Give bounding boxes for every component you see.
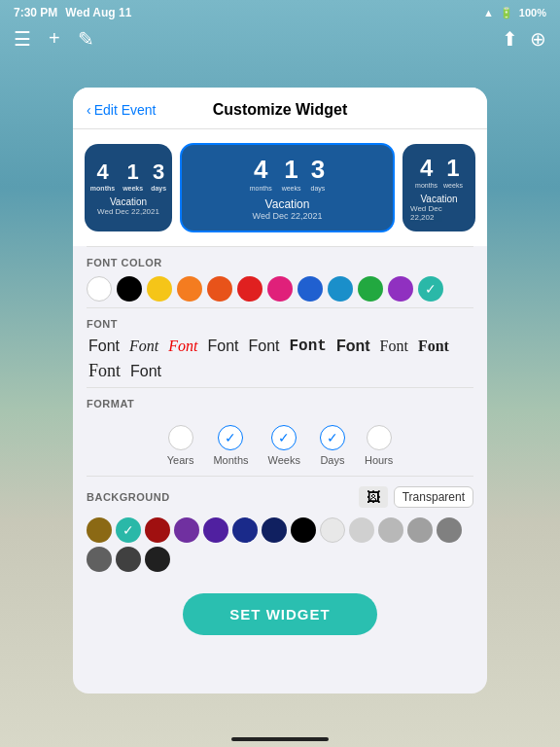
bg-color-darkred[interactable] — [145, 517, 170, 543]
back-chevron: ‹ — [87, 102, 91, 118]
bg-color-lightgray3[interactable] — [378, 517, 403, 543]
format-hours[interactable]: Hours — [365, 425, 393, 466]
modal-title: Customize Widget — [213, 101, 348, 119]
toolbar-left: ☰ + ✎ — [14, 27, 94, 51]
font-sample-2[interactable]: Font — [127, 338, 160, 355]
toolbar-right: ⬆ ⊕ — [502, 27, 546, 51]
format-years-circle[interactable] — [168, 425, 193, 450]
menu-icon[interactable]: ☰ — [14, 27, 31, 51]
status-time: 7:30 PM — [14, 6, 57, 19]
bg-color-black[interactable] — [291, 517, 316, 543]
color-green[interactable] — [358, 276, 383, 302]
font-sample-6[interactable]: Font — [287, 338, 328, 355]
color-red[interactable] — [237, 276, 262, 302]
widget-medium-numbers: 4 months 1 weeks 3 days — [250, 155, 326, 192]
font-sample-11[interactable]: Font — [128, 363, 163, 380]
color-blue[interactable] — [298, 276, 323, 302]
teal-checkmark: ✓ — [425, 281, 437, 297]
widget-small-numbers: 4 months 1 weeks 3 days — [90, 160, 166, 192]
transparent-button[interactable]: Transparent — [394, 486, 473, 508]
edit-icon[interactable]: ✎ — [78, 27, 94, 51]
format-months[interactable]: ✓ Months — [213, 425, 248, 466]
font-sample-1[interactable]: Font — [87, 338, 122, 355]
format-section: FORMAT Years ✓ Months ✓ Weeks — [73, 388, 487, 476]
bg-color-darkgray[interactable] — [116, 547, 141, 572]
widget-small[interactable]: 4 months 1 weeks 3 days Vacation Wed Dec… — [85, 144, 172, 231]
font-color-title: FONT COLOR — [87, 257, 473, 268]
color-orange[interactable] — [177, 276, 202, 302]
photo-icon[interactable]: 🖼 — [359, 486, 388, 508]
bg-color-darkpurple[interactable] — [203, 517, 228, 543]
camera-icon: 🖼 — [367, 489, 380, 505]
days-check: ✓ — [327, 430, 338, 445]
share-icon[interactable]: ⬆ — [502, 27, 518, 51]
background-title: BACKGROUND — [87, 491, 170, 503]
format-hours-circle[interactable] — [367, 425, 392, 450]
bg-color-teal[interactable]: ✓ — [116, 517, 141, 543]
bg-color-verydark[interactable] — [145, 547, 170, 572]
font-sample-3[interactable]: Font — [166, 338, 199, 355]
wifi-icon: ▲ — [483, 7, 494, 18]
color-black[interactable] — [117, 276, 142, 302]
format-hours-label: Hours — [365, 454, 393, 466]
font-sample-9[interactable]: Font — [416, 338, 451, 355]
bg-color-darkblue[interactable] — [262, 517, 287, 543]
bg-color-navy[interactable] — [232, 517, 258, 543]
color-blue2[interactable] — [328, 276, 353, 302]
format-days[interactable]: ✓ Days — [320, 425, 345, 466]
widget-small-weeks: 1 weeks — [122, 160, 143, 192]
font-color-row: ✓ — [87, 276, 473, 302]
back-button[interactable]: ‹ Edit Event — [87, 102, 157, 118]
back-label: Edit Event — [94, 102, 157, 118]
font-samples-row: Font Font Font Font Font Font Font Font … — [87, 338, 473, 381]
widget-preview-area: 4 months 1 weeks 3 days Vacation Wed Dec… — [73, 129, 487, 246]
format-row: Years ✓ Months ✓ Weeks ✓ — [87, 417, 473, 470]
bg-color-purple[interactable] — [174, 517, 199, 543]
bg-color-lightgray1[interactable] — [320, 517, 345, 543]
color-yellow[interactable] — [147, 276, 172, 302]
color-white[interactable] — [87, 276, 112, 302]
background-color-row: ✓ — [73, 514, 487, 582]
color-orange2[interactable] — [207, 276, 232, 302]
widget-medium[interactable]: 4 months 1 weeks 3 days Vacation Wed Dec… — [180, 143, 395, 232]
widget-large[interactable]: 4 months 1 weeks Vacation Wed Dec 22,202 — [402, 144, 475, 231]
font-sample-5[interactable]: Font — [246, 338, 281, 355]
bg-color-gray3[interactable] — [87, 547, 112, 572]
font-sample-4[interactable]: Font — [205, 338, 240, 355]
font-sample-8[interactable]: Font — [378, 338, 410, 355]
color-teal[interactable]: ✓ — [418, 276, 443, 302]
months-check: ✓ — [225, 430, 236, 445]
color-pink[interactable] — [267, 276, 293, 302]
background-header: BACKGROUND 🖼 Transparent — [73, 477, 487, 514]
format-days-label: Days — [320, 454, 344, 466]
format-weeks-circle[interactable]: ✓ — [271, 425, 297, 450]
home-indicator — [231, 737, 329, 741]
bg-color-gray1[interactable] — [407, 517, 433, 543]
add-icon[interactable]: + — [49, 27, 60, 51]
color-purple[interactable] — [388, 276, 413, 302]
widget-small-months: 4 months — [90, 160, 115, 192]
more-icon[interactable]: ⊕ — [530, 27, 546, 51]
status-bar: 7:30 PM Wed Aug 11 ▲ 🔋 100% — [0, 0, 560, 23]
bg-color-brown[interactable] — [87, 517, 112, 543]
format-days-circle[interactable]: ✓ — [320, 425, 345, 450]
status-date: Wed Aug 11 — [65, 6, 131, 19]
scroll-content: FONT COLOR ✓ FONT — [73, 246, 487, 694]
font-sample-7[interactable]: Font — [334, 338, 372, 355]
weeks-check: ✓ — [278, 430, 290, 445]
format-months-circle[interactable]: ✓ — [218, 425, 243, 450]
format-weeks[interactable]: ✓ Weeks — [268, 425, 300, 466]
font-color-section: FONT COLOR ✓ — [73, 247, 487, 307]
format-years[interactable]: Years — [167, 425, 194, 466]
modal-header: ‹ Edit Event Customize Widget — [73, 88, 487, 129]
format-title: FORMAT — [87, 398, 473, 409]
background-controls: 🖼 Transparent — [359, 486, 473, 508]
battery-percent: 100% — [519, 7, 546, 18]
font-section: FONT Font Font Font Font Font Font Font … — [73, 308, 487, 387]
widget-small-days: 3 days — [151, 160, 166, 192]
set-widget-button[interactable]: SET WIDGET — [183, 593, 377, 635]
bg-color-lightgray2[interactable] — [349, 517, 374, 543]
font-sample-10[interactable]: Font — [87, 361, 122, 381]
status-right: ▲ 🔋 100% — [483, 7, 546, 19]
bg-color-gray2[interactable] — [437, 517, 462, 543]
